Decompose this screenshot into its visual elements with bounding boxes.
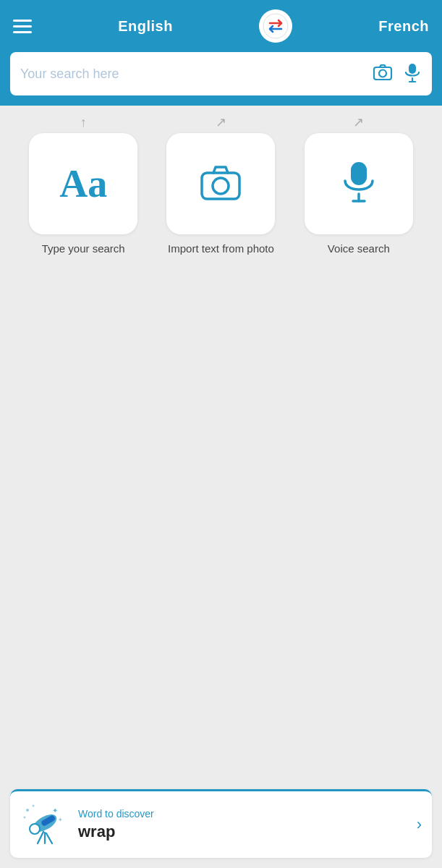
word-discover-word: wrap — [78, 822, 409, 841]
source-language[interactable]: English — [118, 18, 173, 35]
voice-search-label: Voice search — [328, 242, 390, 256]
type-search-option: ↑ Aa Type your search — [22, 116, 145, 256]
svg-rect-8 — [351, 162, 367, 185]
svg-text:✦: ✦ — [52, 807, 58, 814]
text-icon: Aa — [59, 161, 107, 206]
type-search-label: Type your search — [42, 242, 125, 256]
app-logo[interactable] — [259, 9, 292, 43]
search-bar-container: Your search here — [0, 52, 442, 106]
word-discover-card[interactable]: ✦ ✦ Word to discover wrap › — [10, 789, 432, 858]
type-arrow-icon: ↑ — [80, 116, 87, 129]
search-placeholder[interactable]: Your search here — [20, 67, 373, 82]
main-content: ↑ Aa Type your search ↗ Import text from… — [0, 106, 442, 789]
photo-search-label: Import text from photo — [168, 242, 274, 256]
voice-search-option: ↗ Voice search — [297, 116, 420, 256]
svg-point-13 — [24, 817, 26, 819]
svg-point-16 — [30, 824, 40, 834]
mic-search-icon[interactable] — [403, 62, 422, 85]
chevron-right-icon: › — [417, 815, 422, 834]
svg-line-17 — [38, 832, 43, 843]
photo-search-card[interactable] — [166, 133, 275, 234]
camera-icon — [199, 163, 242, 205]
target-language[interactable]: French — [378, 18, 429, 35]
svg-point-12 — [33, 805, 35, 807]
svg-rect-3 — [409, 64, 416, 74]
search-input-area[interactable]: Your search here — [10, 52, 432, 95]
mic-icon — [341, 161, 377, 207]
svg-point-7 — [213, 178, 229, 194]
word-discover-text: Word to discover wrap — [78, 808, 409, 841]
photo-arrow-icon: ↗ — [216, 116, 226, 129]
type-search-card[interactable]: Aa — [29, 133, 137, 234]
word-discover-section: ✦ ✦ Word to discover wrap › — [0, 789, 442, 868]
svg-text:✦: ✦ — [58, 817, 63, 823]
word-discover-icon: ✦ ✦ — [20, 801, 67, 848]
svg-line-18 — [46, 833, 52, 843]
svg-point-0 — [263, 14, 288, 38]
camera-search-icon[interactable] — [373, 62, 393, 85]
voice-search-card[interactable] — [305, 133, 413, 234]
word-discover-label: Word to discover — [78, 808, 409, 820]
svg-point-2 — [379, 70, 386, 77]
voice-arrow-icon: ↗ — [353, 116, 364, 129]
svg-point-11 — [26, 809, 29, 812]
search-options-row: ↑ Aa Type your search ↗ Import text from… — [14, 116, 428, 256]
hamburger-menu[interactable] — [13, 20, 32, 33]
app-header: English French — [0, 0, 442, 52]
photo-search-option: ↗ Import text from photo — [159, 116, 282, 256]
